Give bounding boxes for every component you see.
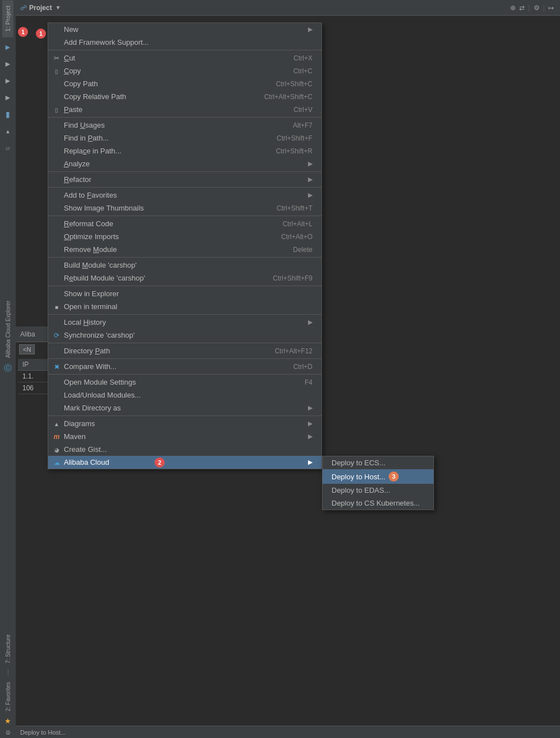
alibaba-cloud-submenu: Deploy to ECS... Deploy to Host... 3 Dep… xyxy=(322,456,434,510)
top-bar-title: Project xyxy=(29,4,52,12)
toolbar-icon-1[interactable]: ⊕ xyxy=(510,4,516,12)
copy-icon: ▯ xyxy=(52,68,62,74)
gist-icon: ◕ xyxy=(52,446,62,452)
menu-item-copy[interactable]: ▯ Copy Ctrl+C xyxy=(48,64,321,77)
menu-item-directory-path[interactable]: Directory Path Ctrl+Alt+F12 xyxy=(48,344,321,357)
menu-item-show-in-explorer[interactable]: Show in Explorer xyxy=(48,287,321,300)
menu-item-local-history[interactable]: Local History ▶ xyxy=(48,316,321,329)
shortcut-rebuild-module: Ctrl+Shift+F9 xyxy=(273,274,312,282)
badge-1: 1 xyxy=(18,27,30,37)
menu-item-diagrams[interactable]: ▲ Diagrams ▶ xyxy=(48,417,321,430)
sidebar-tab-favorites[interactable]: 2: Favorites xyxy=(4,679,12,714)
shortcut-show-thumbnails: Ctrl+Shift+T xyxy=(277,204,312,212)
sidebar-icon-chart[interactable]: ▲ xyxy=(0,123,16,139)
sidebar-icon-2[interactable]: ► xyxy=(0,56,16,72)
sidebar-tab-project[interactable]: 1: Project xyxy=(2,0,13,37)
sep-4 xyxy=(48,187,321,188)
menu-item-load-unload-modules[interactable]: Load/Unload Modules... xyxy=(48,389,321,401)
sidebar-left: 1: Project ► ► ► ► ▮ ▲ ▱ Alibaba Cloud E… xyxy=(0,0,16,738)
menu-item-add-framework[interactable]: Add Framework Support... xyxy=(48,36,321,49)
menu-item-copy-path[interactable]: Copy Path Ctrl+Shift+C xyxy=(48,77,321,90)
submenu-deploy-ecs[interactable]: Deploy to ECS... xyxy=(323,456,433,469)
submenu-deploy-cs-kubernetes[interactable]: Deploy to CS Kubernetes... xyxy=(323,497,433,510)
menu-item-new[interactable]: New ▶ xyxy=(48,23,321,36)
menu-label-find-usages: Find Usages xyxy=(64,121,282,129)
sidebar-icon-c[interactable]: ⓒ xyxy=(2,361,14,376)
arrow-diagrams: ▶ xyxy=(308,420,312,427)
menu-item-add-favorites[interactable]: Add to Favorites ▶ xyxy=(48,189,321,202)
menu-item-find-in-path[interactable]: Find in Path... Ctrl+Shift+F xyxy=(48,132,321,144)
sidebar-icon-star[interactable]: ★ xyxy=(2,714,13,727)
sep-9 xyxy=(48,343,321,343)
menu-item-show-thumbnails[interactable]: Show Image Thumbnails Ctrl+Shift+T xyxy=(48,202,321,214)
bottom-bar-text: Deploy to Host... xyxy=(20,729,66,736)
menu-item-paste[interactable]: ▯ Paste Ctrl+V xyxy=(48,103,321,116)
badge-2: 2 xyxy=(155,457,165,468)
menu-label-reformat-code: Reformat Code xyxy=(64,219,272,228)
shortcut-copy-relative-path: Ctrl+Alt+Shift+C xyxy=(264,93,312,101)
sidebar-tab-cloud-explorer[interactable]: Alibaba Cloud Explorer xyxy=(4,297,12,361)
menu-label-copy-relative-path: Copy Relative Path xyxy=(64,92,253,101)
context-menu: 1 New ▶ Add Framework Support... ✂ Cut C… xyxy=(48,22,322,469)
menu-item-alibaba-cloud[interactable]: ☁ Alibaba Cloud 2 ▶ xyxy=(48,456,321,469)
menu-label-maven: Maven xyxy=(64,432,304,441)
sidebar-icon-1[interactable]: ► xyxy=(0,39,16,55)
menu-item-mark-directory[interactable]: Mark Directory as ▶ xyxy=(48,401,321,414)
sidebar-icon-doc[interactable]: ▱ xyxy=(0,140,16,156)
menu-item-reformat-code[interactable]: Reformat Code Ctrl+Alt+L xyxy=(48,217,321,230)
menu-label-load-unload-modules: Load/Unload Modules... xyxy=(64,391,312,399)
menu-label-new: New xyxy=(64,25,304,34)
menu-label-remove-module: Remove Module xyxy=(64,245,282,254)
arrow-alibaba-cloud: ▶ xyxy=(308,459,312,466)
submenu-deploy-edas[interactable]: Deploy to EDAS... xyxy=(323,484,433,497)
menu-label-replace-in-path: Replace in Path... xyxy=(64,147,265,155)
menu-item-copy-relative-path[interactable]: Copy Relative Path Ctrl+Alt+Shift+C xyxy=(48,90,321,103)
menu-item-rebuild-module[interactable]: Rebuild Module 'carshop' Ctrl+Shift+F9 xyxy=(48,272,321,284)
sep-12 xyxy=(48,415,321,416)
terminal-icon: ■ xyxy=(52,303,62,310)
sidebar-icon-grid[interactable]: ⋮ xyxy=(3,667,13,679)
menu-item-remove-module[interactable]: Remove Module Delete xyxy=(48,243,321,256)
menu-item-find-usages[interactable]: Find Usages Alt+F7 xyxy=(48,119,321,132)
sep-1 xyxy=(48,50,321,50)
submenu-deploy-host[interactable]: Deploy to Host... 3 xyxy=(323,469,433,484)
menu-label-cut: Cut xyxy=(64,54,282,62)
sidebar-icon-5[interactable]: ▮ xyxy=(0,106,16,122)
menu-item-optimize-imports[interactable]: Optimize Imports Ctrl+Alt+O xyxy=(48,230,321,243)
menu-item-cut[interactable]: ✂ Cut Ctrl+X xyxy=(48,52,321,64)
sep-7 xyxy=(48,286,321,286)
menu-item-synchronize[interactable]: ⟳ Synchronize 'carshop' xyxy=(48,329,321,342)
menu-item-refactor[interactable]: Refactor ▶ xyxy=(48,173,321,186)
sidebar-icon-bottom[interactable]: ☮ xyxy=(4,727,12,738)
toolbar-icon-4[interactable]: ↦ xyxy=(548,4,554,12)
menu-item-compare-with[interactable]: ✖ Compare With... Ctrl+D xyxy=(48,360,321,373)
arrow-maven: ▶ xyxy=(308,433,312,440)
menu-item-maven[interactable]: m Maven ▶ xyxy=(48,430,321,443)
submenu-label-deploy-host: Deploy to Host... xyxy=(332,473,385,481)
compare-icon: ✖ xyxy=(52,363,62,370)
menu-item-create-gist[interactable]: ◕ Create Gist... xyxy=(48,443,321,456)
arrow-local-history: ▶ xyxy=(308,319,312,326)
menu-item-replace-in-path[interactable]: Replace in Path... Ctrl+Shift+R xyxy=(48,144,321,157)
arrow-mark-directory: ▶ xyxy=(308,404,312,412)
menu-item-build-module[interactable]: Build Module 'carshop' xyxy=(48,259,321,272)
menu-item-open-module-settings[interactable]: Open Module Settings F4 xyxy=(48,376,321,389)
sidebar-tab-structure[interactable]: 7: Structure xyxy=(4,631,12,667)
sidebar-icon-3[interactable]: ► xyxy=(0,73,16,88)
arrow-favorites: ▶ xyxy=(308,191,312,199)
sync-icon: ⟳ xyxy=(52,331,62,339)
menu-label-paste: Paste xyxy=(64,105,282,114)
panel-button[interactable]: <N xyxy=(19,344,35,354)
shortcut-remove-module: Delete xyxy=(293,246,312,254)
sep-8 xyxy=(48,314,321,315)
toolbar-icon-2[interactable]: ⇄ xyxy=(519,4,525,12)
toolbar-icon-3[interactable]: ⚙ xyxy=(534,4,540,12)
menu-item-analyze[interactable]: Analyze ▶ xyxy=(48,157,321,170)
menu-label-diagrams: Diagrams xyxy=(64,419,304,428)
sidebar-icon-4[interactable]: ► xyxy=(0,90,16,105)
menu-item-open-terminal[interactable]: ■ Open in terminal xyxy=(48,300,321,313)
shortcut-directory-path: Ctrl+Alt+F12 xyxy=(275,347,312,355)
shortcut-find-in-path: Ctrl+Shift+F xyxy=(277,134,312,142)
dropdown-arrow[interactable]: ▼ xyxy=(55,4,61,11)
menu-label-show-in-explorer: Show in Explorer xyxy=(64,289,312,298)
